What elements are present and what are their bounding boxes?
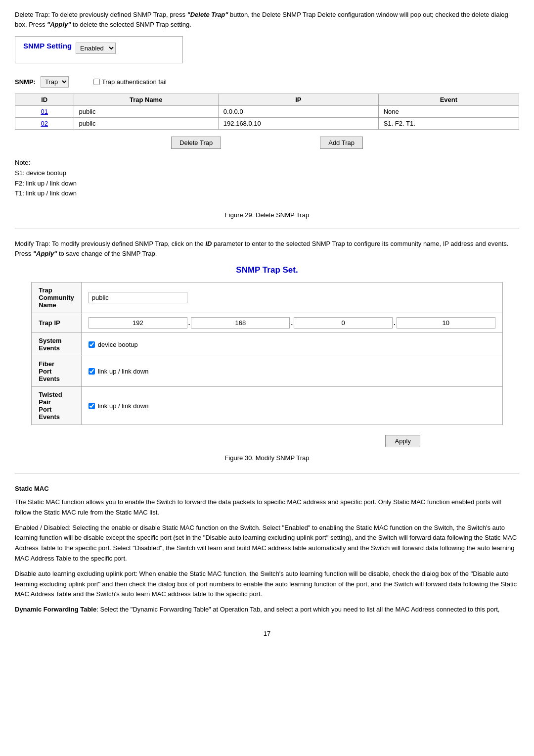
row2-id-link[interactable]: 02 [41, 120, 48, 127]
trap-ip-label: Trap IP [32, 313, 82, 333]
trap-ip-cell: . . . [81, 313, 502, 333]
col-header-trap-name: Trap Name [74, 94, 218, 106]
trap-set-table: Trap Community Name Trap IP . . . [31, 282, 502, 425]
snmp-label: SNMP: [15, 78, 36, 86]
row1-id: 01 [15, 106, 74, 118]
note-title: Note: [15, 158, 519, 168]
static-mac-para4-rest: : Select the "Dynamic Forwarding Table" … [96, 606, 499, 613]
row2-ip: 192.168.0.10 [218, 118, 378, 130]
fiber-label1: Fiber [39, 360, 54, 368]
delete-trap-text1: Delete Trap: To delete previously define… [15, 11, 187, 18]
ip-inputs: . . . [89, 317, 495, 329]
twisted-events-check-label[interactable]: link up / link down [89, 402, 495, 410]
delete-trap-button[interactable]: Delete Trap [171, 137, 221, 149]
ip-octet4[interactable] [397, 317, 495, 329]
twisted-events-label: Twisted Pair Port Events [32, 387, 82, 425]
fiber-label2: Port Events [39, 368, 60, 382]
trap-set-container: SNMP Trap Set. Trap Community Name Trap … [15, 265, 519, 425]
note-section: Note: S1: device bootup F2: link up / li… [15, 158, 519, 199]
apply-row: Apply [15, 435, 420, 447]
twisted-events-row: Twisted Pair Port Events link up / link … [32, 387, 502, 425]
ip-dot3: . [394, 319, 396, 327]
system-events-row: System Events device bootup [32, 333, 502, 356]
col-header-id: ID [15, 94, 74, 106]
static-mac-section: Static MAC The Static MAC function allow… [15, 484, 519, 615]
static-mac-para4: Dynamic Forwarding Table: Select the "Dy… [15, 605, 519, 615]
snmp-type-select[interactable]: Trap Get Set [41, 76, 69, 88]
system-events-check-label[interactable]: device bootup [89, 341, 495, 348]
community-name-row: Trap Community Name [32, 283, 502, 313]
add-trap-button[interactable]: Add Trap [320, 137, 363, 149]
snmp-setting-status-select[interactable]: Enabled Disabled [76, 43, 116, 54]
ip-dot2: . [291, 319, 293, 327]
fiber-events-label: Fiber Port Events [32, 356, 82, 387]
snmp-setting-title-row: SNMP Setting Enabled Disabled [23, 42, 175, 55]
trap-auth-fail-text: Trap authentication fail [102, 78, 167, 86]
snmp-row: SNMP: Trap Get Set Trap authentication f… [15, 76, 519, 88]
community-name-label: Trap Community Name [32, 283, 82, 313]
modify-text3: to save change of the SNMP Trap. [57, 250, 157, 257]
system-events-label: System Events [32, 333, 82, 356]
row2-trap-name: public [74, 118, 218, 130]
twisted-label1: Twisted Pair [39, 391, 62, 406]
row1-id-link[interactable]: 01 [41, 108, 48, 115]
row2-id: 02 [15, 118, 74, 130]
delete-trap-text3: to delete the selected SNMP Trap setting… [71, 21, 191, 28]
table-header-row: ID Trap Name IP Event [15, 94, 519, 106]
fiber-events-cell: link up / link down [81, 356, 502, 387]
modify-id-highlight: ID [205, 240, 212, 247]
twisted-events-text: link up / link down [98, 402, 149, 410]
trap-auth-fail-label[interactable]: Trap authentication fail [93, 78, 167, 86]
modify-apply-highlight: "Apply" [33, 250, 57, 257]
trap-auth-fail-checkbox[interactable] [93, 79, 100, 85]
row1-ip: 0.0.0.0 [218, 106, 378, 118]
page-number: 17 [15, 630, 519, 637]
modify-trap-intro: Modify Trap: To modify previously define… [15, 239, 519, 258]
ip-octet3[interactable] [294, 317, 393, 329]
fiber-events-check-label[interactable]: link up / link down [89, 368, 495, 375]
twisted-events-checkbox[interactable] [89, 403, 95, 409]
static-mac-title: Static MAC [15, 484, 519, 494]
figure30-caption: Figure 30. Modify SNMP Trap [15, 454, 519, 462]
trap-button-row: Delete Trap Add Trap [15, 137, 519, 149]
col-header-event: Event [378, 94, 519, 106]
figure29-caption: Figure 29. Delete SNMP Trap [15, 211, 519, 219]
system-events-cell: device bootup [81, 333, 502, 356]
row2-event: S1. F2. T1. [378, 118, 519, 130]
community-name-input[interactable] [89, 292, 187, 303]
note-line3: T1: link up / link down [15, 189, 519, 199]
ip-octet2[interactable] [191, 317, 290, 329]
static-mac-para2: Enabled / Disabled: Selecting the enable… [15, 523, 519, 564]
static-mac-para1: The Static MAC function allows you to en… [15, 497, 519, 518]
system-events-text: device bootup [98, 341, 138, 348]
ip-dot1: . [188, 319, 190, 327]
snmp-setting-box: SNMP Setting Enabled Disabled [15, 36, 183, 63]
note-line2: F2: link up / link down [15, 179, 519, 189]
section-divider2 [15, 473, 519, 474]
row1-event: None [378, 106, 519, 118]
delete-trap-highlight1: "Delete Trap" [187, 11, 228, 18]
row1-trap-name: public [74, 106, 218, 118]
delete-trap-highlight2: "Apply" [47, 21, 71, 28]
fiber-events-checkbox[interactable] [89, 368, 95, 375]
trap-set-title: SNMP Trap Set. [236, 265, 298, 275]
table-row: 02 public 192.168.0.10 S1. F2. T1. [15, 118, 519, 130]
static-mac-para3: Disable auto learning excluding uplink p… [15, 569, 519, 600]
section-divider1 [15, 229, 519, 229]
delete-trap-intro: Delete Trap: To delete previously define… [15, 10, 519, 29]
col-header-ip: IP [218, 94, 378, 106]
community-name-value-cell [81, 283, 502, 313]
twisted-events-cell: link up / link down [81, 387, 502, 425]
twisted-label2: Port Events [39, 406, 60, 421]
apply-button[interactable]: Apply [385, 435, 420, 447]
modify-text1: Modify Trap: To modify previously define… [15, 240, 205, 247]
static-mac-para4-bold: Dynamic Forwarding Table [15, 606, 96, 613]
snmp-setting-title: SNMP Setting [23, 42, 72, 50]
fiber-events-row: Fiber Port Events link up / link down [32, 356, 502, 387]
trap-table: ID Trap Name IP Event 01 public 0.0.0.0 … [15, 94, 519, 130]
trap-ip-row: Trap IP . . . [32, 313, 502, 333]
fiber-events-text: link up / link down [98, 368, 149, 375]
ip-octet1[interactable] [89, 317, 187, 329]
table-row: 01 public 0.0.0.0 None [15, 106, 519, 118]
system-events-checkbox[interactable] [89, 341, 95, 348]
